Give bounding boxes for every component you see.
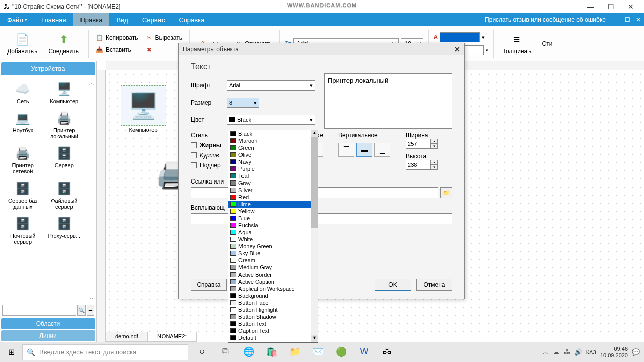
sidebar-clear-button[interactable]: ☰ — [87, 305, 95, 316]
menu-view[interactable]: Вид — [109, 13, 135, 26]
menu-service[interactable]: Сервис — [135, 13, 172, 26]
doc-tab-demo[interactable]: demo.ndf — [106, 332, 148, 342]
mdi-close[interactable]: ✕ — [633, 16, 644, 23]
sidebar-item[interactable]: ☁️Сеть — [2, 78, 44, 107]
tray-network-icon[interactable]: 🖧 — [564, 348, 570, 356]
font-color-swatch[interactable] — [440, 32, 480, 42]
sidebar-item[interactable]: 🖨️Принтер сетевой — [2, 142, 44, 177]
task-chrome[interactable]: 🟢 — [330, 343, 352, 362]
taskbar-search[interactable]: 🔍 Введите здесь текст для поиска — [22, 344, 188, 360]
feedback-link[interactable]: Прислать отзыв или сообщение об ошибке — [479, 16, 611, 23]
color-option[interactable]: Teal — [228, 172, 318, 179]
color-option[interactable]: Default — [228, 334, 318, 341]
window-maximize[interactable]: ☐ — [601, 0, 621, 13]
color-option[interactable]: Silver — [228, 187, 318, 194]
sidebar-tab-lines[interactable]: Линии — [1, 330, 95, 341]
valign-bottom[interactable]: ▁ — [374, 143, 390, 157]
color-option[interactable]: Caption Text — [228, 327, 318, 334]
color-option[interactable]: Lime — [228, 201, 318, 208]
color-option[interactable]: Green — [228, 144, 318, 151]
font-combo[interactable]: Arial▾ — [227, 80, 315, 90]
window-minimize[interactable]: — — [581, 0, 601, 13]
sidebar-item[interactable]: 💻Ноутбук — [2, 107, 44, 142]
sidebar-item[interactable]: 🖥️Компьютер — [44, 78, 86, 107]
window-close[interactable]: ✕ — [621, 0, 641, 13]
color-option[interactable]: Button Highlight — [228, 306, 318, 313]
color-option[interactable]: Purple — [228, 165, 318, 172]
color-option[interactable]: Medium Gray — [228, 264, 318, 271]
sidebar-search-input[interactable] — [2, 305, 76, 316]
cut-button[interactable]: ✂Вырезать — [143, 33, 184, 43]
link-browse[interactable]: 📁 — [440, 187, 452, 198]
valign-middle[interactable]: ▬ — [356, 143, 372, 157]
color-option[interactable]: Button Text — [228, 320, 318, 327]
cancel-button[interactable]: Отмена — [416, 279, 452, 291]
sidebar-item[interactable]: 🗄️Почтовый сервер — [2, 213, 44, 248]
color-option[interactable]: White — [228, 236, 318, 243]
add-button[interactable]: 📄 Добавить ▾ — [3, 32, 41, 56]
bold-checkbox[interactable] — [191, 142, 197, 148]
thickness-button[interactable]: ≡ Толщина ▾ — [499, 32, 535, 56]
color-option[interactable]: Aqua — [228, 229, 318, 236]
color-option[interactable]: Sky Blue — [228, 250, 318, 257]
sidebar-search-button[interactable]: 🔍 — [77, 305, 86, 316]
color-scrollbar[interactable]: ▲▼ — [311, 130, 318, 342]
object-text-input[interactable]: Принтер локальный — [324, 73, 452, 129]
sidebar-item[interactable]: 🗄️Сервер баз данных — [2, 177, 44, 213]
menu-file[interactable]: Файл▾ — [0, 13, 34, 26]
task-edge[interactable]: 🌐 — [237, 343, 260, 362]
mdi-maximize[interactable]: ☐ — [622, 16, 633, 23]
italic-checkbox[interactable] — [191, 152, 197, 158]
mdi-minimize[interactable]: — — [611, 16, 622, 23]
size-combo[interactable]: 8▾ — [227, 98, 259, 108]
task-app[interactable]: 🖧 — [376, 343, 398, 362]
color-option[interactable]: Navy — [228, 158, 318, 165]
task-mail[interactable]: ✉️ — [307, 343, 329, 362]
sidebar-item[interactable]: 🗄️Proxy-серв... — [44, 213, 86, 248]
color-option[interactable]: Black — [228, 130, 318, 137]
task-explorer[interactable]: 📁 — [284, 343, 306, 362]
start-button[interactable]: ⊞ — [0, 342, 22, 362]
color-option[interactable]: Button Face — [228, 299, 318, 306]
sidebar-tab-areas[interactable]: Области — [1, 318, 95, 329]
doc-tab-noname[interactable]: NONAME2* — [148, 332, 197, 342]
width-input[interactable] — [406, 139, 431, 149]
task-word[interactable]: W — [353, 343, 375, 362]
menu-main[interactable]: Главная — [34, 13, 73, 26]
tray-chevron-icon[interactable]: ︿ — [542, 348, 549, 357]
task-taskview[interactable]: ⧉ — [214, 343, 236, 362]
color-option[interactable]: Red — [228, 194, 318, 201]
canvas-object-computer[interactable]: 🖥️ Компьютер — [116, 85, 171, 133]
sidebar-item[interactable]: 🖨️Принтер локальный — [44, 107, 86, 142]
tray-clock[interactable]: 09:4610.09.2020 — [600, 346, 628, 359]
tray-lang[interactable]: КАЗ — [586, 349, 596, 355]
dialog-titlebar[interactable]: Параметры объекта ✕ — [179, 43, 464, 55]
color-option[interactable]: Background — [228, 292, 318, 299]
sidebar-item[interactable]: 🗄️Файловый сервер — [44, 177, 86, 213]
color-combo[interactable]: Black▾ — [227, 115, 315, 125]
connect-button[interactable]: ⬆ Соединить — [44, 32, 83, 56]
sidebar-item[interactable]: 🗄️Сервер — [44, 142, 86, 177]
color-option[interactable]: Button Shadow — [228, 313, 318, 320]
help-button[interactable]: Справка — [191, 279, 227, 291]
dialog-close[interactable]: ✕ — [454, 45, 460, 53]
color-option[interactable]: Gray — [228, 179, 318, 187]
task-store[interactable]: 🛍️ — [261, 343, 283, 362]
valign-top[interactable]: ▔ — [338, 143, 354, 157]
color-option[interactable]: Application Workspace — [228, 285, 318, 292]
tray-onedrive-icon[interactable]: ☁ — [553, 348, 559, 356]
underline-checkbox[interactable] — [191, 162, 197, 168]
color-option[interactable]: Money Green — [228, 243, 318, 250]
color-option[interactable]: Fuchsia — [228, 222, 318, 229]
color-option[interactable]: Maroon — [228, 137, 318, 144]
color-option[interactable]: Blue — [228, 215, 318, 222]
menu-help[interactable]: Справка — [172, 13, 211, 26]
copy-button[interactable]: 📋Копировать — [94, 33, 140, 43]
ok-button[interactable]: OK — [375, 279, 411, 291]
tray-notifications-icon[interactable]: 💬 — [632, 348, 640, 356]
menu-edit[interactable]: Правка — [73, 13, 109, 26]
tray-volume-icon[interactable]: 🔊 — [574, 348, 582, 356]
color-option[interactable]: Active Caption — [228, 278, 318, 285]
sidebar-scroll[interactable]: ︿﹀ — [87, 76, 96, 303]
height-input[interactable] — [406, 160, 431, 170]
